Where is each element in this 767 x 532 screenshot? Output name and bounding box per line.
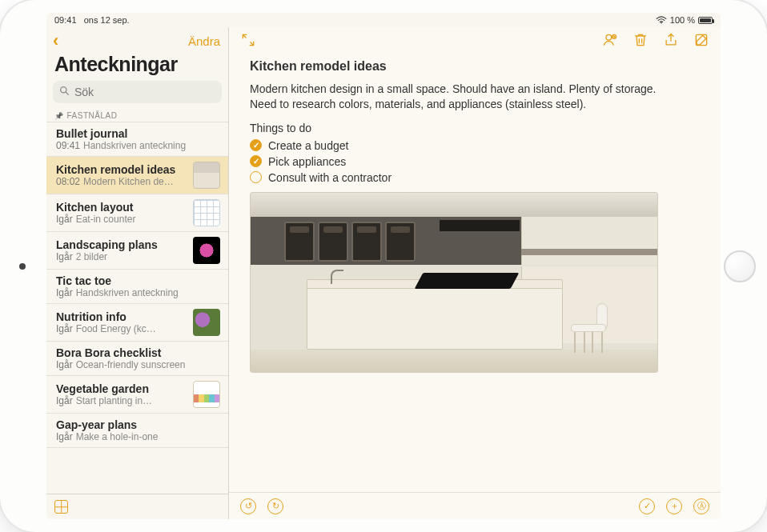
note-list-item[interactable]: Tic tac toeIgårHandskriven anteckning: [46, 270, 228, 304]
checklist-item-text: Pick appliances: [268, 155, 346, 168]
note-item-title: Gap-year plans: [56, 418, 220, 431]
search-input[interactable]: [74, 86, 215, 98]
checkbox-icon[interactable]: [250, 171, 262, 183]
note-list-item[interactable]: Landscaping plansIgår2 bilder: [46, 232, 228, 270]
note-item-title: Nutrition info: [56, 310, 187, 323]
note-item-subtitle: 08:02Modern Kitchen de…: [56, 176, 187, 187]
delete-button[interactable]: [632, 32, 649, 52]
note-list-item[interactable]: Vegetable gardenIgårStart planting in…: [46, 376, 228, 414]
note-editor: Kitchen remodel ideas Modern kitchen des…: [229, 27, 721, 519]
checkbox-icon[interactable]: [250, 139, 262, 151]
note-list-item[interactable]: Kitchen remodel ideas08:02Modern Kitchen…: [46, 157, 228, 194]
note-item-thumbnail: [193, 237, 220, 264]
note-list[interactable]: Bullet journal09:41Handskriven antecknin…: [46, 122, 228, 494]
note-item-thumbnail: [193, 309, 220, 336]
note-item-title: Kitchen layout: [56, 201, 187, 214]
compose-button[interactable]: [693, 32, 709, 52]
redo-button[interactable]: ↻: [267, 498, 283, 514]
note-bottom-toolbar: ↺ ↻ ✓ ＋ Ⓐ: [229, 492, 721, 519]
sidebar-title: Anteckningar: [46, 51, 228, 81]
status-bar: 09:41 ons 12 sep. 100 %: [46, 13, 721, 27]
sidebar-bottom-toolbar: [46, 494, 228, 519]
markup-button[interactable]: Ⓐ: [693, 498, 709, 514]
note-list-item[interactable]: Bora Bora checklistIgårOcean-friendly su…: [46, 342, 228, 376]
battery-pct: 100 %: [670, 15, 695, 25]
add-button[interactable]: ＋: [666, 498, 682, 514]
battery-icon: [698, 17, 713, 24]
note-body[interactable]: Kitchen remodel ideas Modern kitchen des…: [229, 56, 721, 492]
svg-point-0: [661, 22, 662, 24]
home-button[interactable]: [724, 250, 756, 282]
camera-dot: [19, 263, 26, 270]
note-item-subtitle: Igår2 bilder: [56, 251, 187, 262]
note-item-title: Kitchen remodel ideas: [56, 163, 187, 176]
note-item-thumbnail: [193, 162, 220, 189]
checklist-item-text: Consult with a contractor: [268, 171, 392, 184]
note-item-subtitle: 09:41Handskriven anteckning: [56, 140, 220, 151]
screen: 09:41 ons 12 sep. 100 % ‹ Ändra Anteckni…: [46, 13, 721, 519]
note-item-title: Bullet journal: [56, 127, 220, 140]
pinned-header: FASTNÅLAD: [46, 108, 228, 122]
svg-line-2: [66, 92, 68, 94]
note-item-subtitle: IgårFood Energy (kc…: [56, 323, 187, 334]
note-item-thumbnail: [193, 381, 220, 408]
search-icon: [59, 86, 70, 98]
checklist-item[interactable]: Pick appliances: [250, 154, 700, 170]
note-item-subtitle: IgårOcean-friendly sunscreen: [56, 359, 220, 370]
note-list-item[interactable]: Gap-year plansIgårMake a hole-in-one: [46, 414, 228, 448]
note-item-title: Vegetable garden: [56, 382, 187, 395]
pinned-label: FASTNÅLAD: [67, 111, 118, 120]
note-item-title: Bora Bora checklist: [56, 346, 220, 359]
note-item-subtitle: IgårEat-in counter: [56, 214, 187, 225]
checklist-item-text: Create a budget: [268, 139, 348, 152]
wifi-icon: [656, 16, 667, 24]
note-item-subtitle: IgårHandskriven anteckning: [56, 287, 220, 298]
gallery-view-button[interactable]: [54, 500, 68, 514]
status-right: 100 %: [656, 15, 713, 25]
note-item-subtitle: IgårStart planting in…: [56, 395, 187, 406]
checkbox-icon[interactable]: [250, 155, 262, 167]
share-button[interactable]: [663, 32, 679, 52]
checklist-item[interactable]: Consult with a contractor: [250, 170, 700, 186]
search-box[interactable]: [53, 81, 222, 103]
checklist: Create a budgetPick appliancesConsult wi…: [250, 138, 700, 186]
checklist-button[interactable]: ✓: [639, 498, 655, 514]
note-toolbar: [229, 27, 721, 56]
undo-button[interactable]: ↺: [240, 498, 256, 514]
note-image[interactable]: [250, 192, 658, 373]
fullscreen-button[interactable]: [240, 32, 256, 52]
note-title: Kitchen remodel ideas: [250, 59, 700, 74]
checklist-item[interactable]: Create a budget: [250, 138, 700, 154]
edit-button[interactable]: Ändra: [188, 34, 220, 48]
status-time: 09:41: [54, 15, 77, 25]
checklist-header: Things to do: [250, 122, 700, 134]
note-description: Modern kitchen design in a small space. …: [250, 82, 658, 112]
note-list-item[interactable]: Kitchen layoutIgårEat-in counter: [46, 194, 228, 232]
add-person-button[interactable]: [602, 32, 618, 52]
ipad-frame: 09:41 ons 12 sep. 100 % ‹ Ändra Anteckni…: [0, 0, 767, 532]
note-list-item[interactable]: Bullet journal09:41Handskriven antecknin…: [46, 122, 228, 157]
status-left: 09:41 ons 12 sep.: [54, 15, 130, 25]
note-item-thumbnail: [193, 199, 220, 226]
note-list-item[interactable]: Nutrition infoIgårFood Energy (kc…: [46, 304, 228, 342]
back-button[interactable]: ‹: [53, 32, 58, 50]
svg-point-3: [606, 34, 612, 40]
note-item-subtitle: IgårMake a hole-in-one: [56, 431, 220, 442]
note-item-title: Tic tac toe: [56, 274, 220, 287]
pin-icon: [54, 111, 64, 120]
sidebar: ‹ Ändra Anteckningar FASTNÅLAD Bullet jo…: [46, 27, 229, 519]
note-item-title: Landscaping plans: [56, 238, 187, 251]
status-date: ons 12 sep.: [84, 15, 130, 25]
